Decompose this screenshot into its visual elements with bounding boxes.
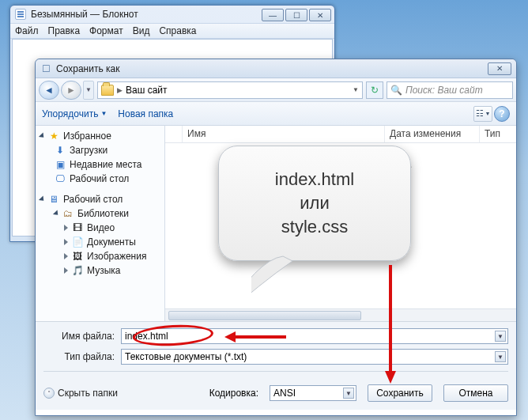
dialog-toolbar: Упорядочить ▼ Новая папка ☷ ▼ ? (36, 102, 516, 126)
breadcrumb-location[interactable]: Ваш сайт (126, 85, 168, 96)
tutorial-bubble: index.html или style.css (218, 146, 411, 261)
organize-button[interactable]: Упорядочить ▼ (42, 108, 107, 119)
expand-icon (64, 225, 68, 231)
expand-icon (39, 132, 46, 139)
close-button[interactable]: ✕ (309, 9, 331, 21)
maximize-button[interactable]: ☐ (285, 9, 307, 21)
expand-icon (53, 210, 60, 217)
help-button[interactable]: ? (494, 106, 510, 122)
dialog-close-button[interactable]: ✕ (488, 62, 511, 75)
downloads-icon: ⬇ (55, 145, 66, 156)
notepad-icon (15, 9, 26, 20)
horizontal-scrollbar[interactable] (165, 308, 516, 321)
tutorial-line2: или (300, 191, 329, 215)
minimize-button[interactable]: — (262, 9, 284, 21)
recent-places-icon: ▣ (55, 159, 66, 170)
video-icon: 🎞 (72, 222, 83, 233)
tutorial-line1: index.html (275, 168, 354, 191)
notepad-title: Безымянный — Блокнот (31, 9, 138, 20)
dialog-title: Сохранить как (56, 63, 119, 74)
view-mode-button[interactable]: ☷ ▼ (473, 106, 492, 122)
dialog-bottom-bar: ˄ Скрыть папки Кодировка: ANSI ▼ Сохрани… (36, 378, 516, 410)
sidebar-libraries[interactable]: 🗂 Библиотеки (37, 206, 163, 221)
desktop-icon: 🖵 (55, 173, 66, 184)
column-type[interactable]: Тип (480, 126, 516, 142)
sidebar-music[interactable]: 🎵 Музыка (37, 263, 163, 278)
sidebar-pictures[interactable]: 🖼 Изображения (37, 249, 163, 263)
menu-help[interactable]: Справка (159, 25, 196, 36)
sidebar-desktop-fav[interactable]: 🖵 Рабочий стол (37, 172, 163, 186)
chevron-down-icon[interactable]: ▼ (343, 388, 354, 399)
save-button[interactable]: Сохранить (368, 384, 432, 402)
documents-icon: 📄 (72, 236, 83, 248)
nav-bar: ◄ ► ▼ ▶ Ваш сайт ▼ ↻ 🔍 Поиск: Ваш сайт (36, 78, 516, 102)
menu-format[interactable]: Формат (89, 25, 123, 36)
save-icon: ☐ (40, 63, 51, 74)
dialog-titlebar[interactable]: ☐ Сохранить как ✕ (36, 59, 516, 78)
nav-forward-button[interactable]: ► (61, 81, 81, 100)
menu-file[interactable]: Файл (15, 25, 39, 36)
expand-icon (64, 253, 68, 259)
search-placeholder: Поиск: Ваш сайт (405, 85, 483, 96)
chevron-up-icon: ˄ (43, 388, 55, 399)
breadcrumb-bar[interactable]: ▶ Ваш сайт ▼ (97, 81, 363, 99)
sidebar-video[interactable]: 🎞 Видео (37, 221, 163, 235)
nav-history-dropdown[interactable]: ▼ (83, 81, 94, 100)
folder-icon (101, 85, 114, 96)
sidebar-recent[interactable]: ▣ Недавние места (37, 157, 163, 172)
expand-icon (64, 267, 68, 274)
chevron-right-icon: ▶ (117, 86, 123, 94)
filename-label: Имя файла: (43, 331, 115, 342)
star-icon: ★ (48, 131, 59, 142)
menu-edit[interactable]: Правка (48, 25, 81, 36)
search-input[interactable]: 🔍 Поиск: Ваш сайт (387, 81, 513, 99)
expand-icon (39, 195, 46, 202)
music-icon: 🎵 (72, 265, 83, 276)
sidebar: ★ Избранное ⬇ Загрузки ▣ Недавние места … (36, 126, 165, 321)
new-folder-button[interactable]: Новая папка (118, 108, 173, 119)
column-headers: Имя Дата изменения Тип (165, 126, 516, 143)
nav-back-button[interactable]: ◄ (39, 81, 59, 100)
cancel-button[interactable]: Отмена (443, 384, 508, 402)
refresh-button[interactable]: ↻ (366, 81, 383, 99)
sidebar-documents[interactable]: 📄 Документы (37, 235, 163, 249)
filetype-value: Текстовые документы (*.txt) (125, 351, 247, 362)
filename-value: index.html (125, 331, 168, 342)
pictures-icon: 🖼 (72, 251, 83, 262)
sidebar-downloads[interactable]: ⬇ Загрузки (37, 143, 163, 157)
chevron-down-icon: ▼ (100, 110, 107, 117)
sidebar-desktop-root[interactable]: 🖥 Рабочий стол (37, 192, 163, 206)
filetype-select[interactable]: Текстовые документы (*.txt) ▼ (121, 349, 508, 365)
chevron-down-icon[interactable]: ▼ (495, 351, 506, 362)
monitor-icon: 🖥 (48, 194, 59, 205)
notepad-menubar: Файл Правка Формат Вид Справка (10, 23, 334, 39)
search-icon: 🔍 (390, 85, 402, 96)
sidebar-favorites[interactable]: ★ Избранное (37, 129, 163, 143)
expand-icon (64, 239, 68, 245)
chevron-down-icon[interactable]: ▼ (495, 331, 506, 342)
menu-view[interactable]: Вид (133, 25, 150, 36)
tutorial-line3: style.css (281, 215, 348, 239)
filename-input[interactable]: index.html ▼ (121, 328, 508, 344)
hide-folders-link[interactable]: ˄ Скрыть папки (43, 388, 118, 399)
encoding-value: ANSI (273, 388, 296, 399)
libraries-icon: 🗂 (62, 208, 74, 219)
encoding-select[interactable]: ANSI ▼ (270, 385, 356, 401)
filetype-label: Тип файла: (43, 351, 115, 362)
chevron-down-icon[interactable]: ▼ (353, 86, 359, 93)
column-handle[interactable] (165, 126, 183, 142)
column-name[interactable]: Имя (183, 126, 385, 142)
encoding-label: Кодировка: (209, 388, 258, 399)
notepad-titlebar[interactable]: Безымянный — Блокнот — ☐ ✕ (10, 6, 334, 23)
column-date[interactable]: Дата изменения (385, 126, 480, 142)
